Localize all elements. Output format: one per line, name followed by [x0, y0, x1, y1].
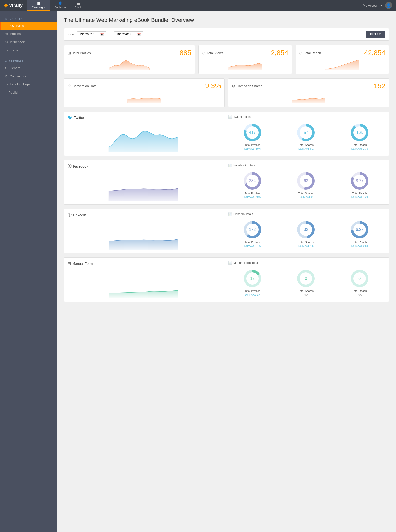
facebook-donuts: 284 Total Profiles Daily Avg: 40.6	[228, 171, 384, 198]
stats-row: ⊞ Total Profiles 885	[64, 45, 389, 74]
linkedin-section: ⓘ LinkedIn	[64, 209, 389, 253]
linkedin-reach-label: Total Reach	[352, 241, 367, 244]
manual-form-title: ⊟ Manual Form	[68, 261, 220, 266]
manual-form-section: ⊟ Manual Form	[64, 257, 389, 302]
brand-name: Virally	[9, 3, 23, 8]
stats-row-2: ☆ Conversion Rate 9.3%	[64, 78, 389, 107]
totals-bar-icon: 📊	[228, 115, 232, 119]
influencers-icon: ☊	[5, 40, 8, 44]
to-date-input[interactable]: 📅	[114, 31, 143, 37]
views-stat-icon: ⊙	[202, 51, 205, 55]
profiles-stat-icon: ⊞	[68, 51, 71, 55]
facebook-title: ⓕ Facebook	[68, 164, 220, 169]
facebook-totals-title: 📊 Facebook Totals	[228, 164, 384, 167]
linkedin-donuts: 172 Total Profiles Daily Avg: 24.6	[228, 220, 384, 247]
sidebar-item-influencers[interactable]: ☊ Influencers	[0, 38, 57, 46]
total-reach-label: Total Reach	[304, 51, 321, 55]
nav-audience[interactable]: 👤 Audience	[50, 0, 70, 11]
facebook-shares-label: Total Shares	[298, 192, 314, 195]
twitter-reach-avg: Daily Avg: 2.3k	[351, 147, 368, 150]
twitter-icon: 🐦	[68, 115, 73, 120]
sidebar-item-connectors[interactable]: ⊘ Connectors	[0, 72, 57, 80]
to-label: To:	[108, 33, 112, 36]
twitter-totals-title: 📊 Twitter Totals	[228, 115, 384, 119]
nav-admin-label: Admin	[75, 6, 82, 9]
nav-campaigns[interactable]: ▦ Campaigns	[27, 0, 50, 11]
audience-icon: 👤	[58, 1, 62, 5]
facebook-chart	[68, 171, 220, 201]
from-date-input[interactable]: 📅	[77, 31, 106, 37]
twitter-profiles-label: Total Profiles	[245, 143, 260, 146]
insights-section-title: ⊙ INSIGHTS	[0, 16, 57, 22]
nav-campaigns-label: Campaigns	[32, 6, 46, 9]
avatar[interactable]: 👤	[385, 2, 392, 9]
facebook-section: ⓕ Facebook	[64, 160, 389, 205]
linkedin-reach-avg: Daily Avg: 0.8k	[351, 245, 368, 247]
linkedin-title: ⓘ LinkedIn	[68, 212, 220, 218]
nav-admin[interactable]: ☰ Admin	[70, 0, 87, 11]
publish-icon: ↑	[5, 91, 7, 94]
facebook-reach-label: Total Reach	[352, 192, 367, 195]
shares-stat-icon: ⊘	[232, 84, 235, 88]
twitter-profiles-avg: Daily Avg: 59.6	[244, 147, 261, 150]
total-reach-value: 42,854	[364, 49, 385, 57]
facebook-totals-panel: 📊 Facebook Totals 284	[223, 160, 389, 204]
facebook-profiles-value: 284	[249, 179, 256, 183]
sidebar-item-profiles[interactable]: ▦ Profiles	[0, 30, 57, 38]
sidebar-item-publish[interactable]: ↑ Publish	[0, 88, 57, 97]
manual-form-shares-value: 0	[305, 276, 307, 281]
traffic-icon: ▭	[5, 48, 8, 52]
reach-chart	[299, 58, 385, 70]
linkedin-icon: ⓘ	[68, 212, 72, 218]
sidebar-item-traffic[interactable]: ▭ Traffic	[0, 46, 57, 54]
facebook-profiles-label: Total Profiles	[245, 192, 260, 195]
campaign-shares-label: Campaign Shares	[237, 84, 262, 88]
linkedin-shares-donut: 32 Total Shares Daily Avg: 4.6	[296, 220, 316, 247]
facebook-reach-value: 8.7k	[356, 179, 363, 183]
sidebar-item-overview[interactable]: ⊞ Overview	[0, 22, 57, 30]
general-icon: ⊙	[5, 66, 8, 70]
my-account-label: My Account	[363, 4, 379, 7]
manual-form-chart-panel: ⊟ Manual Form	[64, 258, 223, 302]
manual-form-shares-label: Total Shares	[298, 289, 314, 292]
facebook-shares-donut: 63 Total Shares Daily Avg: 9	[296, 171, 316, 198]
filter-button[interactable]: FILTER	[366, 31, 385, 38]
manual-form-profiles-donut: 12 Total Profiles Daily Avg: 1.7	[243, 269, 262, 296]
manual-form-profiles-label: Total Profiles	[245, 289, 260, 292]
linkedin-profiles-label: Total Profiles	[245, 241, 260, 244]
linkedin-chart	[68, 220, 220, 250]
conversion-rate-label: Conversion Rate	[73, 84, 97, 88]
linkedin-shares-value: 32	[304, 227, 308, 232]
li-totals-bar-icon: 📊	[228, 212, 232, 216]
facebook-profiles-donut: 284 Total Profiles Daily Avg: 40.6	[243, 171, 262, 198]
sidebar-item-general[interactable]: ⊙ General	[0, 64, 57, 72]
nav-items: ▦ Campaigns 👤 Audience ☰ Admin	[27, 0, 87, 11]
insights-icon: ⊙	[5, 18, 7, 21]
layout: ⊙ INSIGHTS ⊞ Overview ▦ Profiles ☊ Influ…	[0, 11, 396, 532]
my-account-button[interactable]: My Account ▾	[363, 4, 382, 7]
linkedin-reach-donut: 6.2k Total Reach Daily Avg: 0.8k	[350, 220, 370, 247]
to-date-field[interactable]	[116, 33, 136, 36]
sidebar-item-landing-page[interactable]: ▭ Landing Page	[0, 80, 57, 88]
filter-bar: From: 📅 To: 📅 FILTER	[64, 28, 389, 41]
conversion-rate-value: 9.3%	[205, 82, 221, 90]
twitter-profiles-donut: 417 Total Profiles Daily Avg: 59.6	[243, 123, 262, 150]
manual-form-chart	[68, 268, 220, 298]
facebook-reach-donut: 8.7k Total Reach Daily Avg: 1.2k	[350, 171, 370, 198]
brand-logo[interactable]: ◈ Virally	[4, 2, 23, 8]
settings-gear-icon: ⚙	[5, 60, 7, 63]
admin-icon: ☰	[77, 1, 80, 5]
manual-form-totals-panel: 📊 Manual Form Totals 12	[223, 258, 389, 302]
manual-form-reach-value: 0	[358, 276, 361, 281]
main-content: The Ultimate Web Marketing eBook Bundle:…	[57, 11, 396, 532]
linkedin-shares-avg: Daily Avg: 4.6	[298, 245, 314, 247]
nav-audience-label: Audience	[54, 6, 66, 9]
nav-right: My Account ▾ 👤	[363, 2, 392, 9]
campaigns-icon: ▦	[37, 1, 40, 5]
conversion-stat-icon: ☆	[68, 84, 71, 88]
settings-section-title: ⚙ SETTINGS	[0, 58, 57, 64]
from-date-field[interactable]	[79, 33, 99, 36]
twitter-reach-value: 16k	[356, 130, 363, 135]
mf-totals-bar-icon: 📊	[228, 261, 232, 265]
twitter-shares-label: Total Shares	[298, 143, 314, 146]
